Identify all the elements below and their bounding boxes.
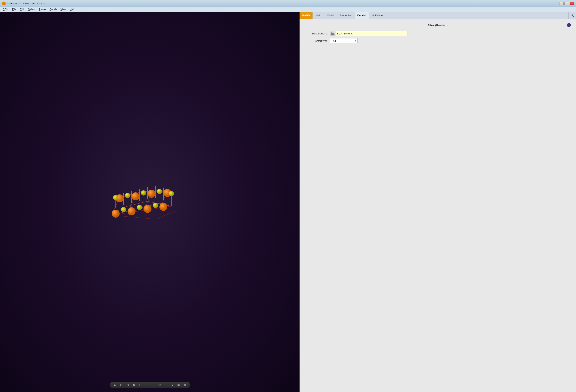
svg-point-26 (112, 210, 120, 218)
info-button[interactable]: i (567, 23, 571, 27)
svg-point-40 (169, 191, 174, 196)
star-tool-icon[interactable]: ★ (170, 383, 174, 387)
viewport-toolbar: ▶ C O N H ✕, ⬡ ⚙ ▭ ★ ▣ ❋ (110, 382, 190, 388)
main-window: i ADFinput 2017.101: LDA_SP2.adf ─ □ ✕ S… (0, 0, 576, 392)
restart-file-input-group (330, 31, 571, 36)
file-browse-button[interactable] (330, 31, 335, 36)
cursor-tool-icon[interactable]: ▶ (113, 383, 117, 387)
svg-point-31 (132, 192, 140, 200)
atoms-tool-icon[interactable]: ❋ (183, 383, 187, 387)
frame-tool-icon[interactable]: ▣ (176, 383, 181, 387)
tab-bar: BAND Main Model Properties Details Multi… (300, 12, 576, 19)
titlebar-left: i ADFinput 2017.101: LDA_SP2.adf (2, 2, 46, 5)
svg-point-32 (147, 190, 155, 198)
tab-band[interactable]: BAND (300, 12, 313, 19)
search-tab-icon[interactable] (568, 12, 576, 19)
main-content: ▶ C O N H ✕, ⬡ ⚙ ▭ ★ ▣ ❋ (0, 12, 576, 392)
maximize-button[interactable]: □ (564, 2, 569, 5)
viewport-canvas[interactable] (0, 12, 300, 379)
tab-details[interactable]: Details (354, 12, 369, 19)
hydrogen-tool-icon[interactable]: H (138, 383, 143, 387)
window-title: ADFinput 2017.101: LDA_SP2.adf (7, 2, 46, 5)
carbon-tool-icon[interactable]: C (119, 383, 123, 387)
minimize-button[interactable]: ─ (559, 2, 564, 5)
svg-point-41 (113, 195, 118, 200)
restart-type-select-wrapper: SCF Density Full ▼ (330, 38, 358, 43)
titlebar-controls: ─ □ ✕ (559, 2, 574, 5)
svg-point-36 (153, 203, 158, 208)
tab-spacer (386, 12, 568, 19)
tab-model[interactable]: Model (324, 12, 337, 19)
close-button[interactable]: ✕ (570, 2, 574, 5)
menu-help[interactable]: Help (68, 7, 77, 11)
svg-point-29 (159, 203, 167, 211)
titlebar: i ADFinput 2017.101: LDA_SP2.adf ─ □ ✕ (0, 0, 576, 7)
restart-type-label: Restart type: (304, 39, 328, 42)
restart-type-select[interactable]: SCF Density Full (330, 38, 358, 43)
svg-line-43 (573, 16, 574, 17)
restart-using-label: Restart using: (304, 32, 328, 35)
menu-view[interactable]: View (59, 7, 68, 11)
molecule-display (100, 163, 183, 227)
panel-content: Files (Restart) i Restart using: (300, 19, 576, 392)
tab-properties[interactable]: Properties (337, 12, 354, 19)
svg-point-28 (144, 205, 151, 213)
svg-point-35 (137, 205, 142, 210)
menubar: SCM File Edit Select Atoms Bonds View He… (0, 7, 576, 12)
menu-bonds[interactable]: Bonds (48, 7, 58, 11)
svg-point-34 (121, 207, 126, 212)
restart-using-row: Restart using: (304, 31, 571, 36)
svg-point-27 (128, 207, 136, 215)
viewport: ▶ C O N H ✕, ⬡ ⚙ ▭ ★ ▣ ❋ (0, 12, 300, 392)
tab-main[interactable]: Main (313, 12, 324, 19)
panel-title-row: Files (Restart) i (304, 23, 571, 27)
svg-rect-46 (331, 32, 332, 33)
svg-line-25 (155, 211, 175, 219)
nitrogen-tool-icon[interactable]: N (132, 383, 136, 387)
menu-atoms[interactable]: Atoms (37, 7, 48, 11)
ring-tool-icon[interactable]: ⬡ (151, 383, 155, 387)
menu-select[interactable]: Select (26, 7, 37, 11)
box-tool-icon[interactable]: ▭ (164, 383, 168, 387)
menu-edit[interactable]: Edit (18, 7, 26, 11)
menu-scm[interactable]: SCM (1, 7, 10, 11)
svg-line-6 (124, 201, 147, 207)
oxygen-tool-icon[interactable]: O (125, 383, 130, 387)
bottom-toolbar-container: ▶ C O N H ✕, ⬡ ⚙ ▭ ★ ▣ ❋ (0, 379, 300, 392)
restart-file-field[interactable] (336, 31, 407, 36)
delete-tool-icon[interactable]: ✕, (144, 384, 149, 387)
svg-point-37 (125, 193, 130, 198)
svg-point-38 (141, 190, 146, 195)
gear-tool-icon[interactable]: ⚙ (157, 383, 162, 387)
right-panel: BAND Main Model Properties Details Multi… (300, 12, 576, 392)
menu-file[interactable]: File (11, 7, 18, 11)
svg-point-39 (157, 189, 162, 194)
panel-title: Files (Restart) (393, 24, 482, 27)
molecule-svg (100, 163, 183, 227)
restart-type-row: Restart type: SCF Density Full ▼ (304, 38, 571, 43)
tab-multilevel[interactable]: MultiLevel (369, 12, 386, 19)
svg-rect-44 (331, 33, 334, 35)
app-icon: i (2, 2, 5, 5)
